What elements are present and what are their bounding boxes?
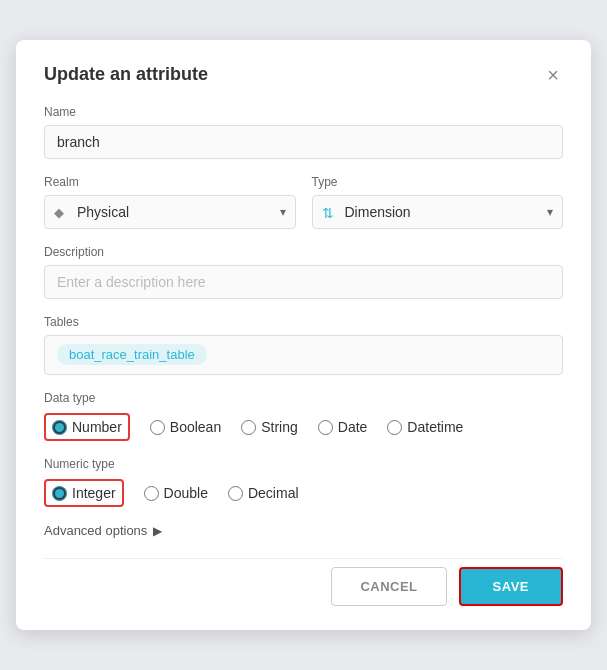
realm-field-group: Realm ◆ Physical Logical ▾ [44,175,296,229]
numeric-type-field-group: Numeric type Integer Double Decimal [44,457,563,507]
save-button[interactable]: SAVE [459,567,563,606]
data-type-boolean-radio[interactable] [150,420,165,435]
numeric-type-double-radio[interactable] [144,486,159,501]
advanced-options-link[interactable]: Advanced options [44,523,147,538]
realm-type-row: Realm ◆ Physical Logical ▾ Type ⇅ Dimens… [44,175,563,229]
data-type-field-group: Data type Number Boolean String Date [44,391,563,441]
data-type-boolean-label: Boolean [170,419,221,435]
name-input[interactable] [44,125,563,159]
cancel-button[interactable]: CANCEL [331,567,446,606]
tables-label: Tables [44,315,563,329]
name-field-group: Name [44,105,563,159]
numeric-type-decimal-label: Decimal [248,485,299,501]
modal-overlay: Update an attribute × Name Realm ◆ Physi… [0,0,607,670]
description-label: Description [44,245,563,259]
data-type-datetime-radio[interactable] [387,420,402,435]
tables-container[interactable]: boat_race_train_table [44,335,563,375]
table-tag: boat_race_train_table [57,344,207,365]
data-type-string-radio[interactable] [241,420,256,435]
modal-footer: CANCEL SAVE [44,558,563,606]
type-select-wrapper: ⇅ Dimension Measure Attribute ▾ [312,195,564,229]
data-type-date-label: Date [338,419,368,435]
realm-select-wrapper: ◆ Physical Logical ▾ [44,195,296,229]
name-label: Name [44,105,563,119]
data-type-number-radio[interactable] [52,420,67,435]
numeric-type-integer-radio[interactable] [52,486,67,501]
type-select[interactable]: Dimension Measure Attribute [312,195,564,229]
tables-field-group: Tables boat_race_train_table [44,315,563,375]
numeric-type-integer-option[interactable]: Integer [44,479,124,507]
data-type-date-option[interactable]: Date [318,419,368,435]
data-type-datetime-label: Datetime [407,419,463,435]
modal-dialog: Update an attribute × Name Realm ◆ Physi… [16,40,591,630]
data-type-date-radio[interactable] [318,420,333,435]
numeric-type-double-label: Double [164,485,208,501]
numeric-type-integer-label: Integer [72,485,116,501]
modal-header: Update an attribute × [44,64,563,85]
numeric-type-decimal-radio[interactable] [228,486,243,501]
data-type-number-option[interactable]: Number [44,413,130,441]
data-type-radio-group: Number Boolean String Date Datetime [44,413,563,441]
close-button[interactable]: × [543,65,563,85]
numeric-type-double-option[interactable]: Double [144,485,208,501]
data-type-string-option[interactable]: String [241,419,298,435]
data-type-datetime-option[interactable]: Datetime [387,419,463,435]
realm-select[interactable]: Physical Logical [44,195,296,229]
advanced-options-arrow-icon: ▶ [153,524,162,538]
type-label: Type [312,175,564,189]
description-field-group: Description [44,245,563,299]
data-type-boolean-option[interactable]: Boolean [150,419,221,435]
advanced-options-row: Advanced options ▶ [44,523,563,538]
description-input[interactable] [44,265,563,299]
data-type-label: Data type [44,391,563,405]
type-field-group: Type ⇅ Dimension Measure Attribute ▾ [312,175,564,229]
numeric-type-decimal-option[interactable]: Decimal [228,485,299,501]
data-type-number-label: Number [72,419,122,435]
realm-label: Realm [44,175,296,189]
modal-title: Update an attribute [44,64,208,85]
data-type-string-label: String [261,419,298,435]
numeric-type-radio-group: Integer Double Decimal [44,479,563,507]
numeric-type-label: Numeric type [44,457,563,471]
